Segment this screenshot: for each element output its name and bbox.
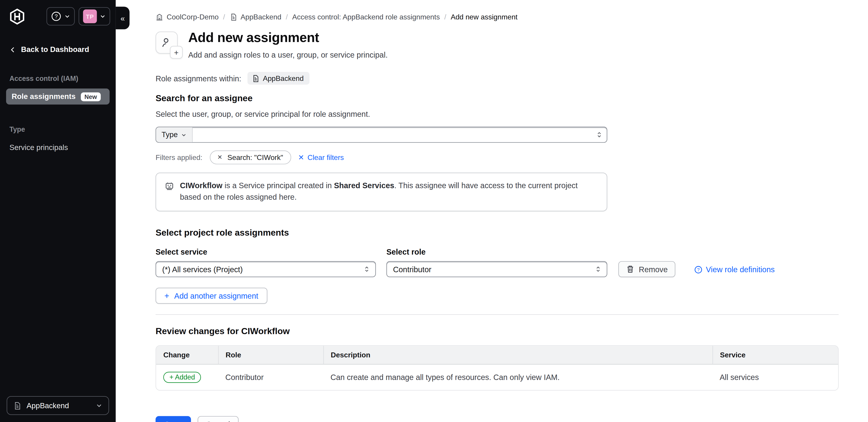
add-another-assignment-button[interactable]: + Add another assignment: [156, 288, 267, 304]
breadcrumb-separator: /: [286, 13, 288, 21]
search-assignee-description: Select the user, group, or service princ…: [156, 109, 839, 118]
scope-label: Role assignments within:: [156, 74, 241, 83]
avatar: TP: [83, 9, 97, 23]
review-changes-table: Change Role Description Service + Added …: [156, 345, 839, 391]
page-header: + Add new assignment Add and assign role…: [156, 30, 839, 59]
trash-icon: [626, 265, 634, 273]
svg-text:?: ?: [55, 13, 58, 20]
breadcrumb-project[interactable]: AppBackend: [229, 13, 281, 21]
sidebar-item-service-principals[interactable]: Service principals: [0, 140, 116, 154]
assignee-org: Shared Services: [334, 181, 394, 190]
assignee-search-control: Type: [156, 127, 607, 143]
assignee-info-text: CIWorkflow is a Service principal create…: [180, 180, 598, 203]
plus-icon: +: [170, 46, 183, 59]
service-principal-robot-icon: [164, 180, 174, 203]
assignee-info-box: CIWorkflow is a Service principal create…: [156, 172, 607, 211]
sidebar-collapse-button[interactable]: «: [116, 6, 129, 29]
document-icon: [13, 401, 22, 410]
footer-actions: Save Cancel: [156, 416, 839, 422]
assignee-search-input[interactable]: [193, 127, 591, 142]
section-divider: [156, 314, 839, 315]
cancel-button[interactable]: Cancel: [197, 416, 238, 422]
document-icon: [252, 74, 259, 82]
breadcrumb-org[interactable]: CoolCorp-Demo: [156, 13, 219, 21]
filter-chip-label: Search: "CIWork": [227, 153, 283, 162]
column-change: Change: [156, 346, 218, 364]
chevron-down-icon: [181, 132, 186, 137]
organization-icon: [156, 13, 163, 21]
scope-row: Role assignments within: AppBackend: [156, 72, 839, 85]
table-row: + Added Contributor Can create and manag…: [156, 364, 838, 390]
select-service-label: Select service: [156, 247, 376, 256]
help-circle-icon: ?: [694, 265, 703, 273]
breadcrumb-current: Add new assignment: [451, 13, 518, 21]
help-icon: ?: [51, 11, 61, 22]
remove-assignment-button[interactable]: Remove: [618, 261, 676, 277]
review-changes-heading: Review changes for CIWorkflow: [156, 326, 839, 336]
row-role: Contributor: [218, 364, 323, 390]
hashicorp-logo[interactable]: [9, 8, 25, 25]
user-menu-button[interactable]: TP: [79, 7, 110, 26]
chevron-down-icon: [64, 13, 70, 20]
filters-row: Filters applied: ✕ Search: "CIWork" ✕ Cl…: [156, 151, 839, 164]
select-caret-icon: [363, 266, 370, 273]
document-icon: [229, 13, 237, 21]
page-title: Add new assignment: [188, 30, 388, 45]
select-caret-icon[interactable]: [591, 127, 607, 142]
column-role: Role: [218, 346, 323, 364]
project-switcher-label: AppBackend: [27, 401, 69, 410]
role-select[interactable]: Contributor: [386, 261, 607, 277]
row-description: Can create and manage all types of resou…: [323, 364, 712, 390]
service-select[interactable]: (*) All services (Project): [156, 261, 376, 277]
main-content: CoolCorp-Demo / AppBackend / Access cont…: [116, 0, 868, 422]
filters-applied-label: Filters applied:: [156, 153, 202, 162]
assignment-row: Select service (*) All services (Project…: [156, 247, 839, 277]
app-window: ? TP Back to Dashboard Ac: [0, 0, 868, 422]
sidebar-item-label: Role assignments: [11, 92, 75, 101]
role-assignments-heading: Select project role assignments: [156, 228, 839, 238]
save-button[interactable]: Save: [156, 416, 191, 422]
column-service: Service: [712, 346, 838, 364]
search-filter-chip[interactable]: ✕ Search: "CIWork": [210, 151, 291, 164]
new-badge: New: [81, 92, 101, 101]
breadcrumb-separator: /: [223, 13, 225, 21]
sidebar: ? TP Back to Dashboard Ac: [0, 0, 116, 422]
chevron-down-icon: [96, 402, 102, 409]
sidebar-header: ? TP: [0, 0, 116, 31]
sidebar-section-access-control: Access control (IAM): [0, 75, 116, 83]
breadcrumb-separator: /: [444, 13, 446, 21]
page-subtitle: Add and assign roles to a user, group, o…: [188, 51, 388, 59]
search-assignee-heading: Search for an assignee: [156, 94, 839, 103]
user-plus-icon: +: [156, 32, 178, 54]
row-service: All services: [712, 364, 838, 390]
table-header-row: Change Role Description Service: [156, 346, 838, 364]
view-role-definitions-link[interactable]: ? View role definitions: [694, 265, 775, 274]
added-status-badge: + Added: [163, 372, 201, 383]
back-to-dashboard-link[interactable]: Back to Dashboard: [0, 45, 116, 54]
assignee-name: CIWorkflow: [180, 181, 222, 190]
select-caret-icon: [594, 266, 602, 273]
sidebar-item-role-assignments[interactable]: Role assignments New: [6, 89, 110, 105]
plus-icon: +: [164, 291, 169, 300]
chevron-down-icon: [100, 13, 106, 20]
sidebar-spacer: [0, 154, 116, 396]
type-filter-dropdown[interactable]: Type: [156, 127, 193, 142]
back-to-dashboard-label: Back to Dashboard: [21, 45, 89, 54]
svg-text:?: ?: [697, 267, 700, 272]
clear-filters-link[interactable]: ✕ Clear filters: [298, 153, 344, 162]
clear-icon: ✕: [298, 153, 304, 162]
project-switcher-button[interactable]: AppBackend: [6, 396, 109, 415]
project-badge: AppBackend: [247, 72, 309, 85]
column-description: Description: [323, 346, 712, 364]
dismiss-icon[interactable]: ✕: [217, 154, 222, 161]
breadcrumb: CoolCorp-Demo / AppBackend / Access cont…: [156, 13, 839, 21]
sidebar-header-actions: ? TP: [46, 7, 110, 26]
sidebar-section-type: Type: [0, 126, 116, 133]
help-menu-button[interactable]: ?: [46, 7, 75, 26]
select-role-label: Select role: [386, 247, 607, 256]
breadcrumb-section[interactable]: Access control: AppBackend role assignme…: [292, 13, 440, 21]
chevron-left-icon: [9, 46, 16, 53]
